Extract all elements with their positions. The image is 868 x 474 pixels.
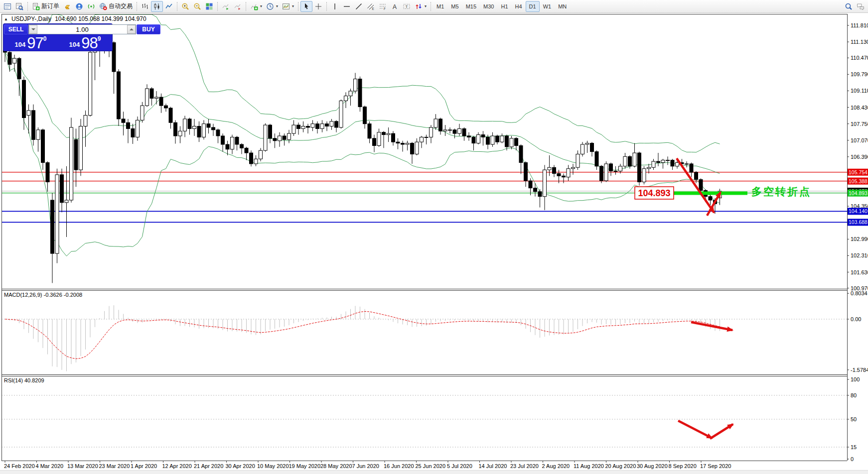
toolbar-separator [246, 2, 246, 11]
volume-decrease-button[interactable] [29, 25, 37, 34]
svg-text:30 Aug 2020: 30 Aug 2020 [637, 463, 668, 469]
buy-button[interactable]: BUY [137, 24, 160, 34]
search-button[interactable] [843, 1, 855, 12]
svg-text:111.130: 111.130 [851, 39, 868, 45]
autotrading-label: 自动交易 [109, 2, 133, 10]
svg-text:10 May 2020: 10 May 2020 [257, 463, 289, 469]
templates-button[interactable]: ▾ [280, 1, 296, 12]
text-label-button[interactable]: T [401, 1, 413, 12]
zoom-out-button[interactable] [191, 1, 203, 12]
trendline-icon [355, 2, 363, 10]
buy-price[interactable]: 104 98 9 [58, 35, 112, 50]
navigator-button[interactable] [13, 1, 25, 12]
buy-price-main: 104 [69, 41, 80, 50]
svg-text:0.00: 0.00 [851, 316, 861, 322]
toolbar-separator [27, 2, 28, 11]
cursor-button[interactable] [300, 1, 312, 12]
sell-price[interactable]: 104 97 0 [4, 35, 57, 50]
new-order-icon [32, 2, 40, 10]
svg-text:0: 0 [851, 456, 854, 462]
price-axis[interactable]: 111.810111.130110.470109.790109.110108.4… [847, 22, 868, 462]
timeframe-w1-button[interactable]: W1 [540, 1, 555, 12]
chevron-down-icon: ▾ [276, 4, 278, 8]
svg-text:28 May 2020: 28 May 2020 [320, 463, 352, 469]
market-watch-button[interactable] [1, 1, 13, 12]
zoom-in-button[interactable] [179, 1, 191, 12]
svg-text:4 Mar 2020: 4 Mar 2020 [36, 463, 64, 469]
sell-button[interactable]: SELL [4, 24, 28, 34]
community-button[interactable] [73, 1, 85, 12]
price-chart-canvas[interactable]: 111.810111.130110.470109.790109.110108.4… [0, 0, 868, 474]
volume-input[interactable] [37, 25, 127, 34]
svg-text:103.688: 103.688 [849, 219, 868, 225]
chart-title-symbol: USDJPY-,Daily [11, 15, 51, 22]
svg-text:107.750: 107.750 [851, 121, 868, 127]
text-icon: A [391, 2, 399, 10]
line-chart-icon [165, 2, 173, 10]
line-chart-button[interactable] [163, 1, 175, 12]
svg-text:111.810: 111.810 [851, 22, 868, 28]
chart-title-ohlc: 104.690 105.068 104.399 104.970 [55, 15, 146, 22]
equidistant-channel-icon: E [367, 2, 375, 10]
horizontal-line-icon [343, 2, 351, 10]
buy-price-big: 98 [81, 37, 97, 50]
crosshair-icon [314, 2, 322, 10]
market-watch-icon [3, 2, 11, 10]
sell-price-pip: 0 [43, 35, 47, 42]
timeframe-m15-button[interactable]: M15 [462, 1, 480, 12]
svg-text:5 Jul 2020: 5 Jul 2020 [447, 463, 472, 469]
chart-title: ▲ USDJPY-,Daily 104.690 105.068 104.399 … [4, 15, 146, 22]
arrows-button[interactable]: ▾ [413, 1, 429, 12]
signals-button[interactable] [85, 1, 97, 12]
timeframe-d1-button[interactable]: D1 [526, 1, 540, 12]
toolbar-separator [431, 2, 431, 11]
main-toolbar: 新订单自动交易▾▾▾EFAT▾M1M5M15M30H1H4D1W1MN [0, 0, 868, 13]
tile-windows-button[interactable] [203, 1, 215, 12]
svg-text:20 Aug 2020: 20 Aug 2020 [605, 463, 636, 469]
candlestick-chart-button[interactable] [151, 1, 163, 12]
sell-price-big: 97 [27, 37, 43, 50]
chevron-down-icon: ▾ [425, 4, 427, 8]
svg-text:102.310: 102.310 [851, 252, 868, 258]
svg-text:E: E [372, 6, 375, 10]
bar-chart-button[interactable] [139, 1, 151, 12]
horizontal-line-button[interactable] [341, 1, 353, 12]
indicators-button[interactable]: ▾ [248, 1, 264, 12]
svg-text:101.630: 101.630 [851, 269, 868, 275]
timeframe-h1-button[interactable]: H1 [497, 1, 511, 12]
volume-increase-button[interactable] [127, 25, 136, 34]
periods-button[interactable]: ▾ [264, 1, 280, 12]
chart-shift-button[interactable] [232, 1, 244, 12]
svg-text:2 Aug 2020: 2 Aug 2020 [542, 463, 570, 469]
market-button[interactable] [61, 1, 73, 12]
candles-series[interactable] [3, 28, 722, 283]
autotrading-button[interactable]: 自动交易 [97, 1, 135, 12]
crosshair-button[interactable] [312, 1, 324, 12]
volume-stepper [28, 24, 136, 34]
trend-arrow [710, 424, 733, 439]
trendline-button[interactable] [353, 1, 365, 12]
text-button[interactable]: A [389, 1, 401, 12]
chat-button[interactable] [855, 1, 867, 12]
timeframe-m30-button[interactable]: M30 [480, 1, 497, 12]
vertical-line-button[interactable] [329, 1, 341, 12]
equidistant-channel-button[interactable]: E [365, 1, 377, 12]
date-axis[interactable]: 24 Feb 20204 Mar 202013 Mar 202023 Mar 2… [4, 461, 731, 469]
toolbar-separator [326, 2, 327, 11]
collapse-panel-icon[interactable]: ▲ [4, 17, 8, 21]
new-order-label: 新订单 [41, 2, 59, 10]
buy-price-pip: 9 [98, 35, 101, 42]
one-click-trading-panel: SELL BUY 104 97 0 104 98 9 [3, 23, 113, 51]
fibonacci-button[interactable]: F [377, 1, 389, 12]
timeframe-m5-button[interactable]: M5 [447, 1, 462, 12]
timeframe-m1-button[interactable]: M1 [433, 1, 447, 12]
timeframe-mn-button[interactable]: MN [555, 1, 570, 12]
autotrading-icon [99, 2, 107, 10]
navigator-icon [15, 2, 23, 10]
auto-scroll-icon [222, 2, 230, 10]
chart-annotations[interactable]: 104.893多空转折点 [635, 158, 811, 439]
timeframe-h4-button[interactable]: H4 [512, 1, 526, 12]
auto-scroll-button[interactable] [220, 1, 232, 12]
svg-text:80: 80 [851, 392, 857, 398]
new-order-button[interactable]: 新订单 [30, 1, 61, 12]
